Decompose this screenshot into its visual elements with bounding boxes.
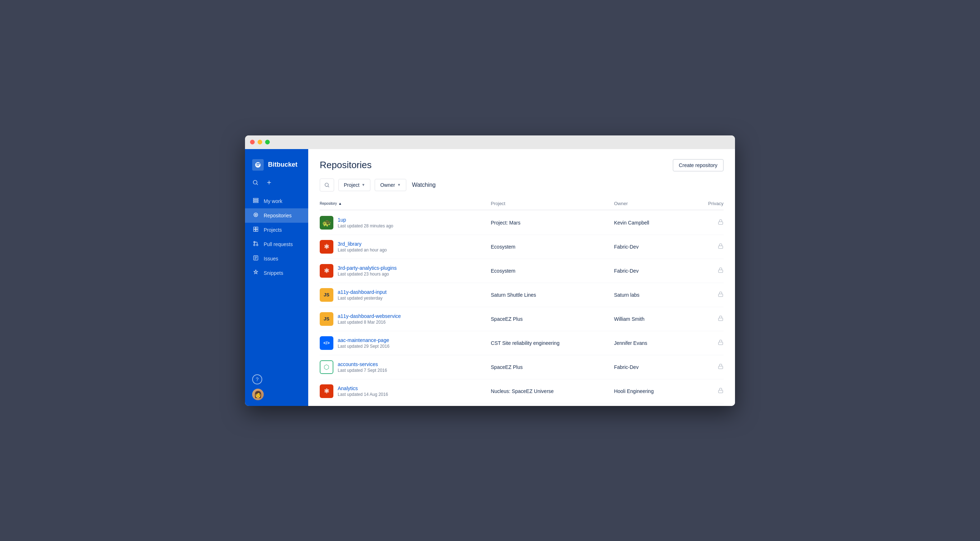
table-row: ⚛ 3rd_library Last updated an hour ago E…	[320, 235, 724, 259]
repo-name[interactable]: 1up	[338, 217, 393, 223]
repo-info: aac-maintenance-page Last updated 29 Sep…	[338, 337, 390, 349]
sidebar-item-issues-label: Issues	[264, 256, 278, 261]
repo-owner: Jennifer Evans	[614, 340, 696, 346]
search-icon[interactable]	[252, 179, 259, 187]
repo-info: 3rd-party-analytics-plugins Last updated…	[338, 265, 396, 277]
repo-name-col: 🐢 1up Last updated 28 minutes ago	[320, 216, 491, 229]
repo-project: CST Site reliability engineering	[491, 340, 614, 346]
repository-column-header[interactable]: Repository ▲	[320, 201, 491, 206]
search-box[interactable]	[320, 178, 334, 191]
app-window: Bitbucket	[245, 135, 735, 406]
repo-name-col: </> aac-maintenance-page Last updated 29…	[320, 336, 491, 350]
svg-rect-19	[719, 222, 723, 224]
repo-updated: Last updated 23 hours ago	[338, 272, 396, 277]
svg-rect-5	[253, 200, 258, 201]
sidebar-item-repositories[interactable]: Repositories	[245, 208, 308, 223]
help-button[interactable]: ?	[252, 374, 262, 384]
privacy-lock-icon	[696, 364, 724, 371]
repo-name[interactable]: aac-maintenance-page	[338, 337, 390, 343]
svg-point-10	[254, 244, 255, 246]
repo-project: Ecosystem	[491, 244, 614, 250]
repo-avatar: JS	[320, 288, 333, 302]
svg-rect-21	[719, 270, 723, 272]
add-icon[interactable]	[266, 179, 272, 187]
project-filter-button[interactable]: Project ▼	[339, 179, 371, 191]
table-row: ⚛ Analytics Last updated 14 Aug 2016 Nuc…	[320, 379, 724, 403]
title-bar	[245, 135, 735, 149]
repo-project: Nucleus: SpaceEZ Universe	[491, 388, 614, 394]
app-body: Bitbucket	[245, 149, 735, 406]
svg-point-8	[255, 214, 256, 216]
repo-name[interactable]: a11y-dashboard-webservice	[338, 313, 401, 319]
repo-name[interactable]: 3rd_library	[338, 241, 387, 247]
sidebar-item-pull-requests-label: Pull requests	[264, 242, 293, 247]
watching-filter[interactable]: Watching	[410, 179, 437, 191]
repo-updated: Last updated 7 Sept 2016	[338, 368, 387, 373]
svg-line-1	[256, 183, 258, 185]
create-repository-button[interactable]: Create repository	[673, 159, 724, 171]
repo-name-col: JS a11y-dashboard-input Last updated yes…	[320, 288, 491, 302]
projects-icon	[252, 226, 259, 234]
privacy-lock-icon	[696, 267, 724, 274]
svg-point-7	[254, 213, 258, 216]
svg-rect-20	[719, 246, 723, 248]
repo-updated: Last updated 8 Mar 2016	[338, 320, 401, 325]
avatar-image: 👩	[252, 389, 264, 400]
repo-owner: Fabric-Dev	[614, 268, 696, 274]
minimize-button[interactable]	[258, 140, 262, 145]
svg-rect-23	[719, 318, 723, 320]
repo-avatar: </>	[320, 336, 333, 350]
table-row: ⬡ accounts-services Last updated 7 Sept …	[320, 355, 724, 379]
repo-owner: William Smith	[614, 316, 696, 322]
privacy-lock-icon	[696, 291, 724, 299]
repo-name-col: ⚛ 3rd-party-analytics-plugins Last updat…	[320, 264, 491, 278]
table-row: ⚛ 3rd-party-analytics-plugins Last updat…	[320, 259, 724, 283]
repositories-table: Repository ▲ Project Owner Privacy 🐢 1up…	[308, 197, 735, 406]
repositories-icon	[252, 212, 259, 219]
close-button[interactable]	[250, 140, 255, 145]
sort-icon: ▲	[339, 202, 342, 205]
repo-name-col: ⚛ 3rd_library Last updated an hour ago	[320, 240, 491, 254]
repo-project: SpaceEZ Plus	[491, 364, 614, 370]
privacy-lock-icon	[696, 388, 724, 395]
repo-info: 1up Last updated 28 minutes ago	[338, 217, 393, 229]
repo-info: a11y-dashboard-webservice Last updated 8…	[338, 313, 401, 325]
repo-name-col: ⚛ Analytics Last updated 14 Aug 2016	[320, 384, 491, 398]
repo-name[interactable]: a11y-dashboard-input	[338, 289, 387, 295]
issues-icon	[252, 255, 259, 262]
sidebar-item-pull-requests[interactable]: Pull requests	[245, 237, 308, 251]
svg-rect-4	[253, 198, 258, 199]
owner-filter-button[interactable]: Owner ▼	[375, 179, 406, 191]
repo-name-col: ⬡ accounts-services Last updated 7 Sept …	[320, 360, 491, 374]
svg-point-11	[256, 244, 258, 246]
table-row: JS a11y-dashboard-input Last updated yes…	[320, 283, 724, 307]
sidebar-item-snippets-label: Snippets	[264, 270, 283, 276]
sidebar-item-snippets[interactable]: Snippets	[245, 266, 308, 280]
sidebar-item-issues[interactable]: Issues	[245, 251, 308, 266]
repo-name[interactable]: 3rd-party-analytics-plugins	[338, 265, 396, 271]
sidebar-item-projects-label: Projects	[264, 227, 282, 233]
svg-rect-24	[719, 342, 723, 345]
repo-avatar: ⬡	[320, 360, 333, 374]
repo-name[interactable]: accounts-services	[338, 361, 387, 367]
repo-avatar: ⚛	[320, 240, 333, 254]
owner-filter-label: Owner	[380, 182, 395, 188]
sidebar-item-my-work[interactable]: My work	[245, 194, 308, 208]
sidebar-item-projects[interactable]: Projects	[245, 223, 308, 237]
project-column-header: Project	[491, 201, 614, 206]
repo-name[interactable]: Analytics	[338, 385, 388, 391]
svg-rect-6	[253, 202, 258, 203]
sidebar-item-my-work-label: My work	[264, 198, 282, 204]
user-avatar[interactable]: 👩	[252, 389, 264, 400]
repo-project: SpaceEZ Plus	[491, 316, 614, 322]
privacy-lock-icon	[696, 339, 724, 347]
maximize-button[interactable]	[265, 140, 270, 145]
pull-requests-icon	[252, 241, 259, 248]
repo-owner: Saturn labs	[614, 292, 696, 298]
repo-updated: Last updated an hour ago	[338, 248, 387, 253]
sidebar: Bitbucket	[245, 149, 308, 406]
main-content: Repositories Create repository Project ▼…	[308, 149, 735, 406]
project-chevron-icon: ▼	[362, 183, 365, 187]
sidebar-nav: My work Repositories	[245, 194, 308, 369]
svg-point-0	[253, 180, 257, 184]
